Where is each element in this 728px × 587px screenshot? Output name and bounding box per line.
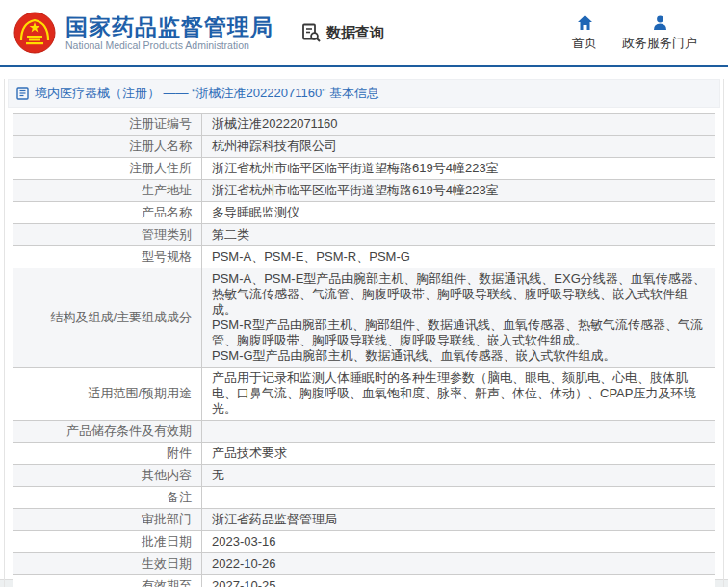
home-icon	[577, 14, 593, 31]
row-value	[202, 487, 715, 508]
row-label: 批准日期	[13, 531, 202, 552]
document-search-icon	[300, 22, 322, 43]
row-value: 2027-10-25	[202, 575, 715, 587]
row-label: 生效日期	[13, 553, 202, 574]
table-row-composition: 结构及组成/主要组成成分 PSM-A、PSM-E型产品由腕部主机、胸部组件、数据…	[13, 268, 715, 368]
row-value: 浙江省杭州市临平区临平街道望梅路619号4幢223室	[202, 180, 715, 201]
row-value: 浙江省药品监督管理局	[202, 509, 715, 530]
row-label: 产品名称	[13, 202, 202, 223]
row-value: 产品技术要求	[202, 443, 715, 464]
row-label: 注册人名称	[13, 136, 202, 157]
row-label: 结构及组成/主要组成成分	[13, 268, 202, 367]
row-label: 注册人住所	[13, 158, 202, 179]
row-value	[202, 421, 715, 442]
table-row-storage-validity: 产品储存条件及有效期	[13, 421, 715, 443]
row-label: 生产地址	[13, 180, 202, 201]
table-row-attachment: 附件 产品技术要求	[13, 443, 715, 465]
table-row-effective-date: 生效日期 2022-10-26	[13, 553, 715, 575]
data-query-label: 数据查询	[326, 24, 384, 42]
data-query-button[interactable]: 数据查询	[300, 22, 384, 43]
row-value: 产品用于记录和监测人体睡眠时的各种生理参数（脑电、眼电、颏肌电、心电、肢体肌电、…	[202, 368, 715, 420]
nav-home-label: 首页	[572, 35, 597, 52]
row-label: 产品储存条件及有效期	[13, 421, 202, 442]
document-icon	[16, 87, 29, 100]
nav-item-gov-portal[interactable]: 政务服务门户	[622, 14, 697, 52]
table-row-registrant-name: 注册人名称 杭州神踪科技有限公司	[13, 136, 715, 158]
header-nav: 首页 政务服务门户	[572, 14, 715, 52]
breadcrumb: 境内医疗器械（注册） —— “浙械注准20222071160” 基本信息	[8, 79, 720, 108]
table-row-expiry-date: 有效期至 2027-10-25	[13, 575, 715, 587]
row-label: 管理类别	[13, 224, 202, 245]
table-row-model-spec: 型号规格 PSM-A、PSM-E、PSM-R、PSM-G	[13, 246, 715, 268]
row-value: 2023-03-16	[202, 531, 715, 552]
agency-title-block: 国家药品监督管理局 National Medical Products Admi…	[65, 14, 273, 52]
row-label: 适用范围/预期用途	[13, 368, 202, 420]
row-value: 2022-10-26	[202, 553, 715, 574]
table-row-other-content: 其他内容 无	[13, 465, 715, 487]
table-row-remarks: 备注	[13, 487, 715, 509]
row-value: 浙械注准20222071160	[202, 114, 715, 135]
agency-name-en: National Medical Products Administration	[65, 39, 273, 52]
nmpa-emblem-icon	[13, 12, 56, 54]
table-row-management-category: 管理类别 第二类	[13, 224, 715, 246]
table-row-production-address: 生产地址 浙江省杭州市临平区临平街道望梅路619号4幢223室	[13, 180, 715, 202]
table-row-cert-number: 注册证编号 浙械注准20222071160	[13, 114, 715, 136]
table-row-approval-date: 批准日期 2023-03-16	[13, 531, 715, 553]
row-label: 附件	[13, 443, 202, 464]
row-value: 多导睡眠监测仪	[202, 202, 715, 223]
table-row-intended-use: 适用范围/预期用途 产品用于记录和监测人体睡眠时的各种生理参数（脑电、眼电、颏肌…	[13, 368, 715, 421]
row-label: 其他内容	[13, 465, 202, 486]
user-icon	[652, 14, 668, 31]
agency-name-cn: 国家药品监督管理局	[65, 14, 273, 39]
row-label: 审批部门	[13, 509, 202, 530]
table-row-product-name: 产品名称 多导睡眠监测仪	[13, 202, 715, 224]
row-value: 杭州神踪科技有限公司	[202, 136, 715, 157]
row-label: 注册证编号	[13, 114, 202, 135]
registration-info-table: 注册证编号 浙械注准20222071160 注册人名称 杭州神踪科技有限公司 注…	[13, 113, 715, 587]
nav-item-home[interactable]: 首页	[572, 14, 597, 52]
row-value: 第二类	[202, 224, 715, 245]
nav-gov-portal-label: 政务服务门户	[622, 35, 697, 52]
page: 国家药品监督管理局 National Medical Products Admi…	[0, 0, 728, 580]
row-label: 有效期至	[13, 575, 202, 587]
page-title: 境内医疗器械（注册） —— “浙械注准20222071160” 基本信息	[35, 85, 379, 102]
row-label: 备注	[13, 487, 202, 508]
row-value: 浙江省杭州市临平区临平街道望梅路619号4幢223室	[202, 158, 715, 179]
row-value: 无	[202, 465, 715, 486]
row-value: PSM-A、PSM-E型产品由腕部主机、胸部组件、数据通讯线、EXG分线器、血氧…	[202, 268, 715, 367]
row-value: PSM-A、PSM-E、PSM-R、PSM-G	[202, 246, 715, 268]
table-row-registrant-address: 注册人住所 浙江省杭州市临平区临平街道望梅路619号4幢223室	[13, 158, 715, 180]
table-row-approval-department: 审批部门 浙江省药品监督管理局	[13, 509, 715, 531]
site-header: 国家药品监督管理局 National Medical Products Admi…	[0, 0, 728, 65]
content: 境内医疗器械（注册） —— “浙械注准20222071160” 基本信息 注册证…	[0, 67, 728, 587]
row-label: 型号规格	[13, 246, 202, 268]
